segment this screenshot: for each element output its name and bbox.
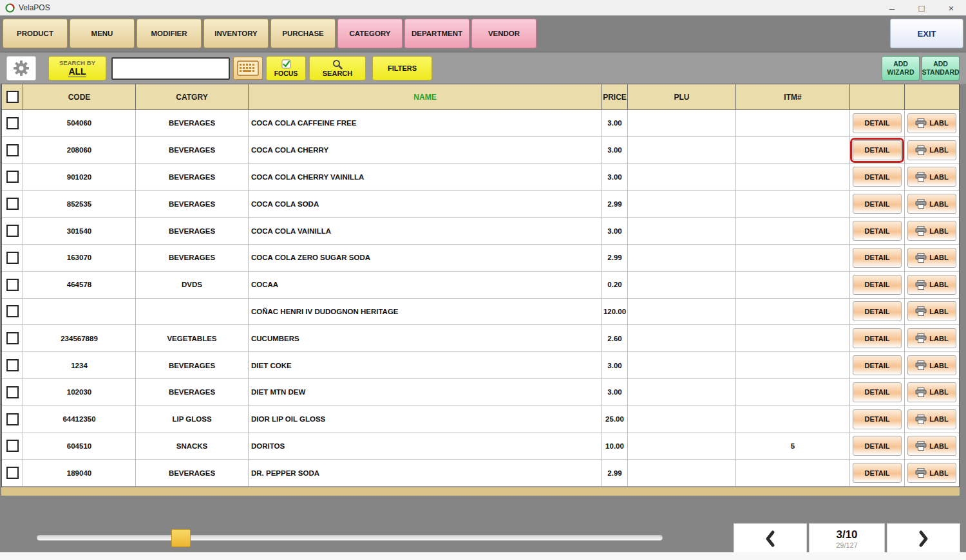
tab-menu[interactable]: MENU: [70, 19, 135, 48]
row-checkbox[interactable]: [6, 225, 19, 237]
add-wizard-button[interactable]: ADD WIZARD: [882, 56, 920, 80]
label-button[interactable]: LABL: [907, 275, 956, 295]
tab-modifier[interactable]: MODIFIER: [137, 19, 202, 48]
row-checkbox[interactable]: [6, 440, 19, 452]
detail-button[interactable]: DETAIL: [853, 355, 902, 375]
header-name[interactable]: NAME: [249, 84, 602, 110]
cell-code: 464578: [23, 272, 136, 299]
detail-button[interactable]: DETAIL: [853, 140, 902, 160]
cell-price: 2.99: [602, 245, 628, 272]
row-checkbox[interactable]: [6, 413, 19, 425]
focus-toggle[interactable]: FOCUS: [266, 56, 306, 80]
tab-vendor[interactable]: VENDOR: [471, 19, 536, 48]
detail-button[interactable]: DETAIL: [853, 409, 902, 429]
header-price[interactable]: PRICE: [602, 84, 628, 110]
label-button[interactable]: LABL: [907, 221, 956, 241]
cell-labl: LABL: [905, 218, 959, 245]
label-button[interactable]: LABL: [907, 463, 956, 483]
search-button[interactable]: SEARCH: [309, 56, 366, 80]
detail-button[interactable]: DETAIL: [853, 382, 902, 402]
label-button[interactable]: LABL: [907, 194, 956, 214]
cell-price: 0.20: [602, 272, 628, 299]
detail-button[interactable]: DETAIL: [853, 248, 902, 268]
row-checkbox[interactable]: [6, 279, 19, 291]
search-input[interactable]: [111, 57, 230, 80]
detail-button[interactable]: DETAIL: [853, 194, 902, 214]
printer-icon: [915, 306, 927, 316]
add-standard-button[interactable]: ADD STANDARD: [922, 56, 960, 80]
row-select-cell: [2, 191, 23, 218]
detail-button[interactable]: DETAIL: [853, 113, 902, 133]
exit-button[interactable]: EXIT: [890, 19, 963, 48]
cell-code: 1234: [23, 352, 136, 379]
detail-button[interactable]: DETAIL: [853, 275, 902, 295]
checkbox-checked-icon: [281, 59, 291, 69]
select-all-checkbox[interactable]: [6, 91, 19, 103]
label-button[interactable]: LABL: [907, 301, 956, 321]
cell-code: 234567889: [23, 325, 136, 352]
detail-button[interactable]: DETAIL: [853, 301, 902, 321]
detail-button[interactable]: DETAIL: [853, 328, 902, 348]
close-button[interactable]: ×: [936, 0, 966, 15]
cell-name: DIET MTN DEW: [249, 379, 602, 406]
cell-labl: LABL: [905, 433, 959, 460]
row-checkbox[interactable]: [6, 144, 19, 156]
row-checkbox[interactable]: [6, 117, 19, 129]
label-button[interactable]: LABL: [907, 355, 956, 375]
tab-department[interactable]: DEPARTMENT: [404, 19, 469, 48]
label-button[interactable]: LABL: [907, 140, 956, 160]
cell-name: COCA COLA CAFFEINE FREE: [249, 110, 602, 137]
header-plu[interactable]: PLU: [628, 84, 736, 110]
label-button[interactable]: LABL: [907, 382, 956, 402]
filters-button[interactable]: FILTERS: [372, 56, 432, 80]
row-checkbox[interactable]: [6, 198, 19, 210]
printer-icon: [915, 253, 927, 263]
cell-plu: [628, 245, 736, 272]
label-button[interactable]: LABL: [907, 248, 956, 268]
search-by-button[interactable]: SEARCH BY ALL: [48, 56, 106, 80]
header-code[interactable]: CODE: [23, 84, 136, 110]
header-itm[interactable]: ITM#: [736, 84, 850, 110]
detail-button[interactable]: DETAIL: [853, 436, 902, 456]
settings-button[interactable]: [6, 56, 36, 80]
header-catgry[interactable]: CATGRY: [136, 84, 249, 110]
cell-price: 2.99: [602, 460, 628, 487]
header-detail-col: [850, 84, 905, 110]
cell-plu: [628, 218, 736, 245]
tab-product[interactable]: PRODUCT: [3, 19, 68, 48]
tab-inventory[interactable]: INVENTORY: [204, 19, 269, 48]
cell-code: 604510: [23, 433, 136, 460]
row-checkbox[interactable]: [6, 332, 19, 344]
row-checkbox[interactable]: [6, 305, 19, 317]
scroll-slider-thumb[interactable]: [171, 529, 191, 547]
cell-labl: LABL: [905, 191, 959, 218]
row-select-cell: [2, 379, 23, 406]
keyboard-button[interactable]: [233, 57, 263, 80]
row-checkbox[interactable]: [6, 359, 19, 371]
product-table: CODE CATGRY NAME PRICE PLU ITM# 504060BE…: [1, 84, 960, 487]
next-page-button[interactable]: [887, 523, 960, 554]
row-checkbox[interactable]: [6, 171, 19, 183]
minimize-button[interactable]: –: [877, 0, 907, 15]
label-button[interactable]: LABL: [907, 328, 956, 348]
row-checkbox[interactable]: [6, 467, 19, 479]
detail-button[interactable]: DETAIL: [853, 463, 902, 483]
label-button[interactable]: LABL: [907, 113, 956, 133]
table-row: 1234BEVERAGESDIET COKE3.00DETAILLABL: [2, 352, 959, 379]
row-checkbox[interactable]: [6, 386, 19, 398]
row-select-cell: [2, 460, 23, 487]
cell-itm: [736, 218, 850, 245]
prev-page-button[interactable]: [734, 523, 807, 554]
scroll-slider-track[interactable]: [37, 535, 663, 541]
detail-button[interactable]: DETAIL: [853, 221, 902, 241]
label-button[interactable]: LABL: [907, 436, 956, 456]
search-button-label: SEARCH: [323, 70, 352, 77]
tab-purchase[interactable]: PURCHASE: [270, 19, 336, 48]
label-button[interactable]: LABL: [907, 167, 956, 187]
cell-itm: [736, 245, 850, 272]
label-button[interactable]: LABL: [907, 409, 956, 429]
tab-category[interactable]: CATEGORY: [337, 19, 402, 48]
maximize-button[interactable]: □: [907, 0, 936, 15]
detail-button[interactable]: DETAIL: [853, 167, 902, 187]
row-checkbox[interactable]: [6, 252, 19, 264]
